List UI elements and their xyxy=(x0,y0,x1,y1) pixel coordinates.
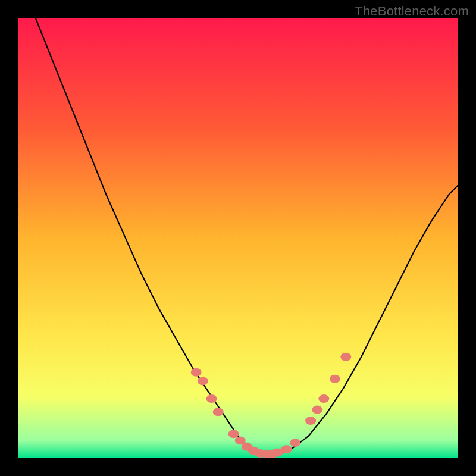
bottleneck-chart xyxy=(18,18,458,458)
marker-dot xyxy=(305,416,316,425)
marker-dot xyxy=(312,406,322,414)
watermark-text: TheBottleneck.com xyxy=(355,4,469,19)
gradient-background xyxy=(18,18,458,458)
marker-dot xyxy=(228,430,239,438)
marker-dot xyxy=(206,394,217,403)
marker-dot xyxy=(198,377,208,386)
marker-dot xyxy=(330,375,340,383)
chart-container xyxy=(18,18,458,458)
marker-dot xyxy=(213,408,224,416)
marker-dot xyxy=(191,368,202,377)
marker-dot xyxy=(318,394,329,403)
marker-dot xyxy=(281,445,292,453)
marker-dot xyxy=(290,439,300,447)
marker-dot xyxy=(340,353,351,361)
